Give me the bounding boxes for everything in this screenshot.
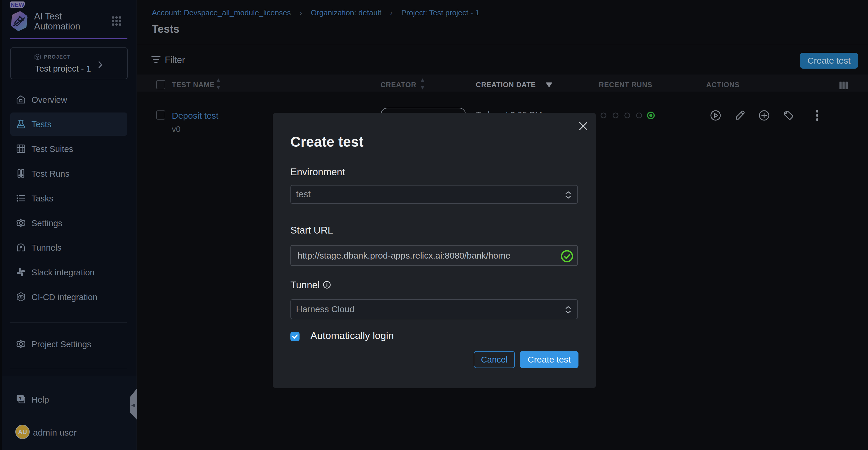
svg-text:?: ? [19, 396, 22, 401]
